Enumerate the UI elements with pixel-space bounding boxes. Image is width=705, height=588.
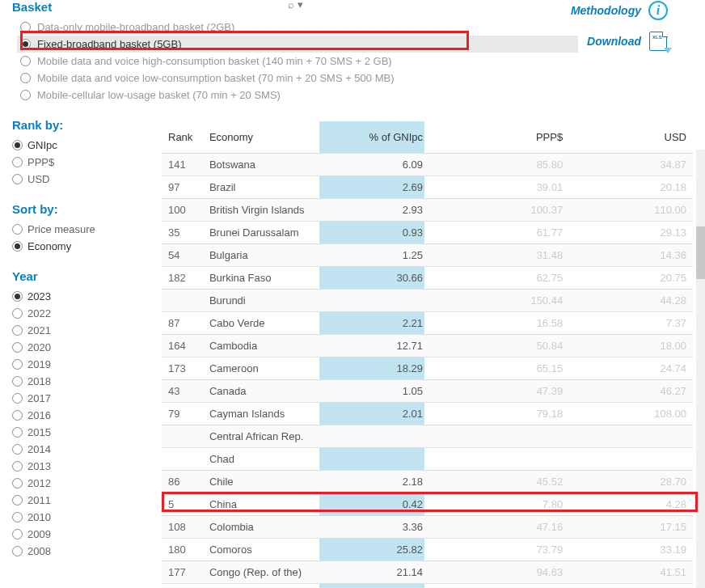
table-row[interactable]: 43Canada1.0547.3946.27 — [162, 380, 693, 403]
gni-cell: 12.71 — [331, 335, 429, 357]
economy: Bulgaria — [203, 244, 331, 267]
sort-by-label: Price measure — [27, 223, 95, 235]
ppp-cell: 31.48 — [429, 244, 569, 267]
economy: Central African Rep. — [203, 425, 331, 448]
gni-cell: 2.21 — [331, 312, 429, 335]
table-row[interactable]: 87Cabo Verde2.2116.587.37 — [162, 312, 693, 335]
radio-icon — [12, 444, 23, 455]
table-row[interactable]: 182Burkina Faso30.6662.7520.75 — [162, 267, 693, 290]
gni-cell: 2.18 — [331, 471, 429, 493]
economy: Cambodia — [203, 335, 331, 357]
info-icon[interactable]: i — [648, 0, 669, 21]
year-option[interactable]: 2008 — [12, 543, 150, 560]
year-option[interactable]: 2020 — [12, 339, 150, 356]
year-label: 2008 — [27, 545, 51, 557]
rank-by-option[interactable]: USD — [12, 171, 150, 188]
download-link[interactable]: Download — [587, 35, 641, 48]
radio-icon — [12, 478, 23, 489]
ppp-cell: 150.44 — [429, 290, 569, 312]
table-row[interactable]: 97Brazil2.6939.0120.18 — [162, 176, 693, 199]
year-option[interactable]: 2013 — [12, 458, 150, 475]
rank — [162, 448, 203, 471]
scrollbar-track[interactable] — [696, 150, 705, 588]
year-options: 2023202220212020201920182017201620152014… — [12, 288, 150, 560]
methodology-link[interactable]: Methodology — [571, 4, 641, 17]
scrollbar-thumb[interactable] — [696, 226, 705, 279]
ppp-cell: 39.01 — [429, 176, 569, 199]
year-option[interactable]: 2014 — [12, 441, 150, 458]
year-option[interactable]: 2019 — [12, 356, 150, 373]
year-label: 2023 — [27, 290, 51, 302]
col-gni[interactable]: % of GNIpc — [331, 121, 429, 154]
table-row[interactable]: 173Cameroon18.2965.1524.74 — [162, 357, 693, 380]
table-row[interactable]: 35Brunei Darussalam0.9361.7729.13 — [162, 222, 693, 244]
economy: Cabo Verde — [203, 312, 331, 335]
usd-cell: 30.32 — [569, 584, 693, 589]
radio-icon — [12, 140, 23, 150]
rank: 164 — [162, 335, 203, 357]
year-label: 2017 — [27, 392, 51, 404]
table-row[interactable]: 86Chile2.1845.5228.70 — [162, 471, 693, 493]
ppp-cell: 79.18 — [429, 403, 569, 425]
gni-cell — [331, 425, 429, 448]
year-option[interactable]: 2012 — [12, 475, 150, 492]
radio-icon — [12, 393, 23, 404]
rank: 182 — [162, 267, 203, 290]
year-label: 2016 — [27, 409, 51, 421]
table-row[interactable]: 79Cayman Islands2.0179.18108.00 — [162, 403, 693, 425]
year-option[interactable]: 2022 — [12, 305, 150, 322]
usd-cell: 110.00 — [569, 199, 693, 222]
table-row[interactable]: 84Cook Islands2.1630.32 — [162, 584, 693, 589]
col-ppp[interactable]: PPP$ — [429, 121, 569, 154]
year-option[interactable]: 2023 — [12, 288, 150, 305]
table-row[interactable]: Chad — [162, 448, 693, 471]
gni-cell: 2.93 — [331, 199, 429, 222]
ppp-cell — [429, 584, 569, 589]
sort-by-option[interactable]: Price measure — [12, 221, 150, 238]
rank-by-option[interactable]: GNIpc — [12, 137, 150, 154]
radio-icon — [20, 22, 31, 32]
rank: 54 — [162, 244, 203, 267]
usd-cell: 44.28 — [569, 290, 693, 312]
table-row[interactable]: 177Congo (Rep. of the)21.1494.6341.51 — [162, 561, 693, 584]
rank-by-label: PPP$ — [27, 156, 54, 168]
table-row[interactable]: 54Bulgaria1.2531.4814.36 — [162, 244, 693, 267]
rank: 177 — [162, 561, 203, 584]
year-option[interactable]: 2009 — [12, 526, 150, 543]
col-rank[interactable]: Rank — [162, 121, 203, 154]
xls-download-icon[interactable]: XLS — [648, 31, 669, 52]
radio-icon — [12, 376, 23, 387]
col-economy[interactable]: Economy — [203, 121, 331, 154]
table-row[interactable]: Central African Rep. — [162, 425, 693, 448]
gni-cell: 6.09 — [331, 154, 429, 176]
year-option[interactable]: 2017 — [12, 390, 150, 407]
year-option[interactable]: 2010 — [12, 509, 150, 526]
table-row[interactable]: 108Colombia3.3647.1617.15 — [162, 516, 693, 539]
year-label: 2013 — [27, 460, 51, 472]
year-option[interactable]: 2011 — [12, 492, 150, 509]
table-row[interactable]: 141Botswana6.0985.8034.87 — [162, 154, 693, 176]
ppp-cell: 50.84 — [429, 335, 569, 357]
sort-by-option[interactable]: Economy — [12, 238, 150, 255]
table-row[interactable]: 164Cambodia12.7150.8418.00 — [162, 335, 693, 357]
col-usd[interactable]: USD — [569, 121, 693, 154]
year-option[interactable]: 2015 — [12, 424, 150, 441]
year-option[interactable]: 2016 — [12, 407, 150, 424]
radio-icon — [20, 39, 31, 49]
year-option[interactable]: 2018 — [12, 373, 150, 390]
table-row[interactable]: Burundi150.4444.28 — [162, 290, 693, 312]
table-row[interactable]: 100British Virgin Islands2.93100.37110.0… — [162, 199, 693, 222]
year-label: 2012 — [27, 477, 51, 489]
economy: Colombia — [203, 516, 331, 539]
table-row[interactable]: 5China0.427.804.28 — [162, 493, 693, 516]
economy: Brunei Darussalam — [203, 222, 331, 244]
rank: 84 — [162, 584, 203, 589]
year-option[interactable]: 2021 — [12, 322, 150, 339]
ppp-cell: 65.15 — [429, 357, 569, 380]
rank-by-option[interactable]: PPP$ — [12, 154, 150, 171]
gni-cell: 21.14 — [331, 561, 429, 584]
rank — [162, 425, 203, 448]
gni-cell: 1.05 — [331, 380, 429, 403]
table-row[interactable]: 180Comoros25.8273.7933.19 — [162, 539, 693, 561]
gni-cell: 2.16 — [331, 584, 429, 589]
